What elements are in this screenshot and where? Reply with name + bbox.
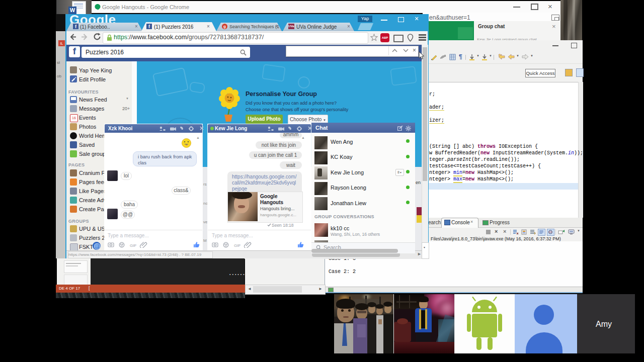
svg-text:GIF: GIF bbox=[130, 243, 136, 248]
svg-text:GIF: GIF bbox=[234, 243, 240, 248]
